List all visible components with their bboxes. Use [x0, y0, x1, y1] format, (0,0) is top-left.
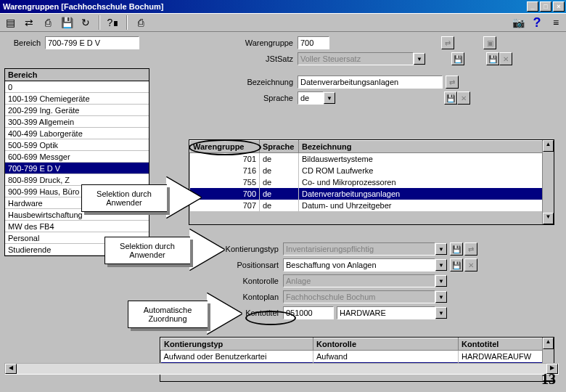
dropdown-icon[interactable]: ▼ [435, 243, 447, 255]
disk-small-icon[interactable]: 💾 [451, 52, 464, 65]
swap-icon[interactable]: ⇄ [464, 242, 477, 256]
refresh-icon[interactable]: ↻ [78, 15, 93, 30]
doc-icon[interactable]: ▤ [3, 15, 17, 30]
jstsatz-label: JStSatz [225, 54, 298, 63]
kontotitel-name-field[interactable]: HARDWARE [337, 306, 435, 319]
swap-icon[interactable]: ⇄ [446, 75, 459, 89]
dropdown-icon[interactable]: ▼ [324, 92, 335, 104]
callout-selektion-2: Selektion durch Anwender [104, 237, 190, 264]
list-item[interactable]: 200-299 Ing. Geräte [5, 105, 149, 116]
oval-annotation [189, 139, 261, 155]
table-row[interactable]: 707deDatum- und Uhrzeitgeber [190, 200, 554, 211]
dropdown-icon[interactable]: ▼ [435, 275, 447, 287]
kontierung-grid[interactable]: Kontierungstyp Kontorolle Kontotitel Auf… [160, 337, 554, 382]
table-row-selected[interactable]: 700deDatenverarbeitungsanlagen [190, 188, 554, 200]
arrow-icon [189, 229, 224, 270]
table-row[interactable]: 755deCo- und Mikroprozessoren [190, 176, 554, 188]
arrow-icon [207, 293, 242, 334]
window-titlebar: Warengruppen [Fachhochschule Bochum] _ □… [0, 0, 566, 13]
kontorolle-field[interactable]: Anlage [283, 274, 435, 287]
page-number: 13 [541, 371, 556, 388]
dropdown-icon[interactable]: ▼ [435, 259, 447, 271]
sprache-label: Sprache [225, 94, 298, 102]
list-item[interactable]: 600-699 Messger [5, 151, 149, 163]
bezeichnung-label: Bezeichnung [225, 78, 298, 86]
callout-selektion-1: Selektion durch Anwender [81, 184, 167, 212]
list-item[interactable]: 500-599 Optik [5, 139, 149, 151]
menu-icon[interactable]: ≡ [549, 15, 563, 30]
disk-small-icon[interactable]: 💾 [450, 242, 463, 256]
bereich-listbox[interactable]: 0 100-199 Chemiegeräte 200-299 Ing. Gerä… [4, 81, 149, 256]
nav-icon[interactable]: ⇄ [22, 15, 36, 30]
arrow-icon [166, 177, 201, 218]
kontierungstyp-field[interactable]: Inventarisierungspflichtig [283, 242, 435, 256]
kontoplan-field[interactable]: Fachhochschule Bochum [283, 290, 435, 303]
table-row[interactable]: 716deCD ROM Laufwerke [190, 165, 554, 176]
help-icon[interactable]: ?∎ [106, 15, 120, 30]
list-item[interactable]: MW des FB4 [5, 221, 149, 232]
print-icon[interactable]: ⎙ [134, 15, 148, 30]
list-item[interactable]: 400-499 Laborgeräte [5, 128, 149, 139]
bereich-list-header: Bereich [4, 68, 149, 81]
context-help-icon[interactable]: ? [530, 15, 544, 30]
delete-small-icon[interactable]: ✕ [457, 91, 470, 105]
camera-small-icon[interactable]: ▣ [483, 36, 496, 49]
scroll-left-icon[interactable]: ◀ [5, 364, 17, 374]
disk-icon[interactable]: 💾 [60, 15, 74, 30]
warengruppe-field[interactable]: 700 [298, 36, 329, 49]
bereich-panel: Bereich 0 100-199 Chemiegeräte 200-299 I… [4, 68, 149, 256]
col-sprache[interactable]: Sprache [260, 141, 299, 153]
oval-annotation [245, 311, 296, 325]
dropdown-icon[interactable]: ▼ [435, 307, 447, 319]
dropdown-icon[interactable]: ▼ [414, 53, 425, 65]
minimize-button[interactable]: _ [527, 1, 538, 12]
bereich-field[interactable]: 700-799 E D V [45, 36, 139, 49]
jstsatz-field[interactable]: Voller Steuersatz [298, 52, 414, 65]
list-item[interactable]: 100-199 Chemiegeräte [5, 93, 149, 105]
scroll-down-icon[interactable]: ▼ [543, 213, 554, 224]
col-kontotitel[interactable]: Kontotitel [459, 338, 554, 351]
window-title: Warengruppen [Fachhochschule Bochum] [1, 2, 527, 11]
main-toolbar: ▤ ⇄ ⎙ 💾 ↻ ?∎ ⎙ 📷 ? ≡ [0, 13, 566, 32]
bezeichnung-field[interactable]: Datenverarbeitungsanlagen [298, 75, 443, 89]
positionsart-field[interactable]: Beschaffung von Anlagen [283, 258, 435, 271]
maximize-button[interactable]: □ [540, 1, 551, 12]
callout-automatische: Automatische Zuordnung [128, 301, 208, 328]
scroll-up-icon[interactable]: ▲ [543, 338, 554, 349]
bereich-label: Bereich [4, 38, 45, 47]
warengruppe-label: Warengruppe [225, 38, 298, 47]
col-kontierungstyp[interactable]: Kontierungstyp [161, 338, 313, 351]
table-row[interactable]: 701deBildauswertsysteme [190, 153, 554, 165]
list-item-selected[interactable]: 700-799 E D V [5, 163, 149, 174]
disk-small-icon[interactable]: 💾 [444, 91, 457, 105]
swap-icon[interactable]: ⇄ [441, 36, 454, 49]
horizontal-scrollbar[interactable]: ◀ ▶ [4, 363, 559, 375]
table-row[interactable]: Aufwand oder BenutzerkarteiAufwandHARDWA… [161, 351, 554, 362]
separator [99, 15, 100, 30]
kontorolle-label: Kontorolle [160, 277, 283, 285]
list-item[interactable]: 300-399 Allgemein [5, 116, 149, 128]
col-kontorolle[interactable]: Kontorolle [313, 338, 459, 351]
close-button[interactable]: × [553, 1, 565, 12]
col-bezeichnung[interactable]: Bezeichnung [299, 141, 554, 153]
disk-small-icon[interactable]: 💾 [486, 52, 499, 65]
delete-small-icon[interactable]: ✕ [499, 52, 512, 65]
sprache-field[interactable]: de [298, 91, 324, 105]
save-icon[interactable]: ⎙ [41, 15, 55, 30]
scroll-up-icon[interactable]: ▲ [543, 140, 554, 152]
delete-small-icon[interactable]: ✕ [464, 258, 477, 271]
disk-small-icon[interactable]: 💾 [450, 258, 463, 271]
separator [126, 15, 128, 30]
bereich-value: 700-799 E D V [48, 38, 100, 47]
dropdown-icon[interactable]: ▼ [435, 291, 447, 303]
list-item[interactable]: 0 [5, 81, 149, 93]
vertical-scrollbar[interactable]: ▲ ▼ [542, 140, 554, 224]
camera-icon[interactable]: 📷 [511, 15, 525, 30]
